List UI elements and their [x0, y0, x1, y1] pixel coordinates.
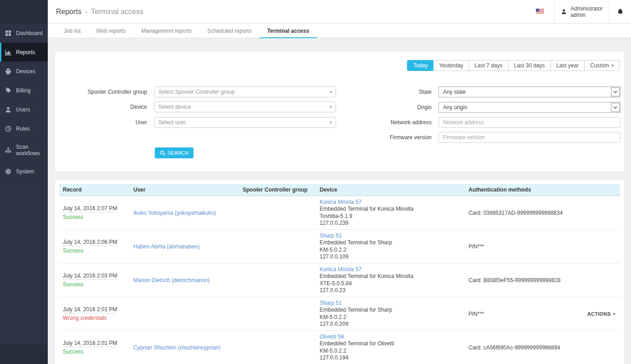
sidebar-footer [0, 345, 48, 364]
bar-chart-icon [5, 49, 11, 56]
field-label: Device [55, 104, 147, 110]
report-tabs: Job list Web reports Management reports … [48, 24, 631, 38]
column-header-record[interactable]: Record [59, 187, 133, 193]
field-label: User [55, 119, 147, 126]
table-row: July 14, 2016 2:03 PM Success Manon Diet… [59, 263, 620, 297]
gear-icon [5, 168, 11, 175]
column-header-device[interactable]: Device [320, 187, 468, 193]
column-header-spooler-group[interactable]: Spooler Controller group [243, 187, 320, 193]
language-selector[interactable] [526, 0, 554, 24]
sidebar-item-devices[interactable]: Devices [0, 62, 48, 81]
top-right-controls: Administrator admin [526, 0, 631, 24]
date-button-custom[interactable]: Custom ▾ [585, 60, 620, 71]
device-link[interactable]: Konica Minola 57 [320, 266, 468, 273]
sidebar-item-scan-workflows[interactable]: Scan workflows [0, 138, 48, 162]
sidebar-item-label: Users [16, 106, 30, 113]
sidebar-item-reports[interactable]: Reports [0, 43, 48, 62]
top-bar: Reports › Terminal access Administrator [48, 0, 631, 24]
device-link[interactable]: Sharp 51 [320, 233, 468, 240]
sidebar-item-rules[interactable]: Rules [0, 119, 48, 138]
firmware-version-input[interactable] [438, 132, 621, 143]
user-link[interactable]: Cyprian Shuchkin (shuchkincyprian) [133, 344, 243, 351]
sidebar-item-users[interactable]: Users [0, 100, 48, 119]
tag-icon [5, 87, 11, 94]
auth-cell: Card: B838f3eF55-999999999998828 [468, 277, 584, 283]
device-ip: 127.0.0.109 [320, 253, 468, 261]
user-name: Administrator [570, 5, 603, 12]
device-firmware: Toshiba-5.1.9 [320, 213, 468, 220]
content-area: Today Yesterday Last 7 days Last 30 days… [48, 38, 631, 364]
device-ip: 127.0.0.209 [320, 321, 468, 328]
user-icon [5, 106, 11, 113]
sidebar: Dashboard Reports Devices Billing Users [0, 0, 48, 364]
device-ip: 127.0.0.239 [320, 220, 468, 227]
printer-icon [5, 68, 11, 75]
state-select[interactable]: Any state [438, 86, 621, 97]
bell-icon [617, 8, 624, 15]
sidebar-item-label: Reports [16, 49, 35, 56]
filter-row-user: User Select user ▾ [55, 117, 336, 128]
user-icon [561, 9, 567, 15]
auth-cell: Card: 03885317AD-999999999998834 [468, 210, 584, 216]
sidebar-item-system[interactable]: System [0, 162, 48, 181]
auth-cell: PIN*** [468, 243, 584, 250]
filter-row-firmware-version: Firmware version [346, 132, 621, 143]
user-cell: Ikuko Yokoyama (yokoyamaikuko) [133, 210, 243, 216]
date-button-last-7-days[interactable]: Last 7 days [469, 60, 508, 71]
date-button-yesterday[interactable]: Yesterday [433, 60, 469, 71]
actions-cell: ACTIONS ▾ [584, 311, 620, 317]
tab-web-reports[interactable]: Web reports [88, 24, 133, 38]
table-row: July 14, 2016 2:01 PM Success Cyprian Sh… [59, 331, 620, 364]
search-button[interactable]: SEARCH [155, 147, 193, 158]
sidebar-item-label: System [16, 168, 34, 175]
sidebar-item-billing[interactable]: Billing [0, 81, 48, 100]
date-button-today[interactable]: Today [407, 60, 433, 71]
user-link[interactable]: Ikuko Yokoyama (yokoyamaikuko) [133, 210, 243, 216]
tab-terminal-access[interactable]: Terminal access [260, 24, 317, 38]
table-row: July 14, 2016 2:07 PM Success Ikuko Yoko… [59, 196, 620, 230]
clock-icon [5, 126, 11, 132]
device-terminal: Embedded Terminal for Konica Minolta [320, 206, 468, 213]
actions-dropdown-button[interactable]: ACTIONS ▾ [584, 311, 620, 317]
sidebar-item-dashboard[interactable]: Dashboard [0, 24, 48, 43]
search-icon [160, 150, 165, 156]
device-firmware: KM-5.0.2.2 [320, 247, 468, 254]
user-link[interactable]: Manon Dietrich (dietrichmanon) [133, 277, 243, 283]
origin-select[interactable]: Any origin [438, 102, 621, 113]
device-link[interactable]: Sharp 51 [320, 300, 468, 307]
device-select[interactable]: Select device ▾ [154, 101, 336, 112]
auth-cell: Card: cA56f690Ac-999999999998894 [468, 344, 584, 351]
network-address-input[interactable] [438, 117, 621, 128]
user-info: Administrator admin [570, 5, 603, 18]
record-cell: July 14, 2016 2:06 PM Success [59, 239, 133, 254]
device-terminal: Embedded Terminal for Sharp [320, 307, 468, 314]
tab-job-list[interactable]: Job list [56, 24, 88, 38]
field-label: Spooler Controller group [55, 89, 147, 95]
date-button-last-year[interactable]: Last year [551, 60, 585, 71]
select-arrow-icon [611, 103, 620, 112]
spooler-group-select[interactable]: Select Spooler Controller group ▾ [154, 86, 336, 97]
us-flag-icon [536, 9, 544, 15]
column-header-user[interactable]: User [133, 187, 243, 193]
results-panel: Record User Spooler Controller group Dev… [55, 179, 625, 364]
dashboard-grid-icon [5, 30, 11, 36]
user-menu[interactable]: Administrator admin [554, 0, 610, 24]
date-button-last-30-days[interactable]: Last 30 days [509, 60, 551, 71]
sitemap-icon [5, 147, 11, 153]
tab-management-reports[interactable]: Management reports [134, 24, 200, 38]
field-label: Firmware version [346, 134, 432, 141]
device-link[interactable]: Olivetti 56 [320, 334, 468, 341]
record-datetime: July 14, 2016 2:06 PM [63, 239, 117, 246]
notifications-button[interactable] [610, 0, 631, 24]
tab-scheduled-reports[interactable]: Scheduled reports [199, 24, 259, 38]
user-role: admin [570, 12, 603, 18]
breadcrumb-section[interactable]: Reports [56, 8, 81, 16]
user-select[interactable]: Select user ▾ [154, 117, 336, 128]
device-link[interactable]: Konica Minola 57 [320, 199, 468, 206]
record-datetime: July 14, 2016 2:07 PM [63, 205, 117, 212]
user-link[interactable]: Haben Abrha (abrhahaben) [133, 243, 243, 250]
filter-row-origin: Origin Any origin [346, 102, 621, 113]
caret-down-icon: ▾ [330, 105, 332, 109]
auth-cell: PIN*** [468, 311, 584, 317]
column-header-auth-methods[interactable]: Authentication methods [468, 187, 584, 193]
